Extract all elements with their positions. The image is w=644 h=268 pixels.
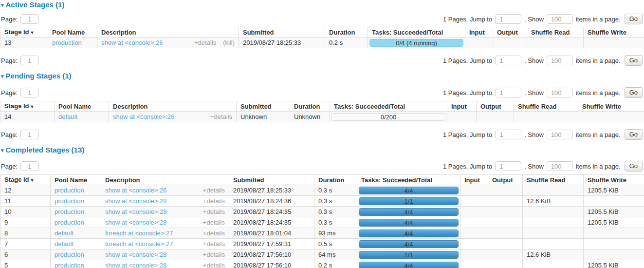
cell-output <box>477 112 514 122</box>
cell-tasks: 4/4 <box>357 260 460 268</box>
cell-pool-name: production <box>51 207 101 217</box>
description-link[interactable]: show at <console>:28 <box>105 208 166 215</box>
description-link[interactable]: show at <console>:28 <box>105 251 166 258</box>
description-link[interactable]: foreach at <console>:27 <box>105 240 173 248</box>
cell-submitted: 2019/08/27 18:25:33 <box>239 38 325 48</box>
items-per-page-input[interactable] <box>547 14 573 24</box>
cell-shuffle-read: 12.6 KiB <box>523 249 584 260</box>
page-number-input[interactable] <box>20 14 39 24</box>
go-button[interactable]: Go <box>625 129 643 140</box>
column-header-pool-name[interactable]: Pool Name <box>51 175 101 185</box>
column-header-pool-name[interactable]: Pool Name <box>55 101 109 112</box>
details-toggle[interactable]: +details <box>203 208 225 215</box>
description-link[interactable]: foreach at <console>:27 <box>105 230 173 237</box>
column-header-input[interactable]: Input <box>460 175 488 185</box>
pool-name-link[interactable]: default <box>55 240 74 248</box>
column-header-pool-name[interactable]: Pool Name <box>48 27 97 38</box>
pool-name-link[interactable]: default <box>58 113 77 120</box>
column-header-description[interactable]: Description <box>97 27 239 38</box>
pool-name-link[interactable]: production <box>55 219 84 226</box>
column-header-stage-id[interactable]: Stage Id▾ <box>0 175 51 185</box>
pagination-bar: Page: 1 Pages. Jump to . Show items in a… <box>0 161 644 172</box>
column-header-input[interactable]: Input <box>447 101 477 112</box>
details-toggle[interactable]: +details <box>203 230 225 237</box>
items-per-page-input[interactable] <box>547 56 573 65</box>
page-number-input[interactable] <box>20 130 39 139</box>
description-link[interactable]: show at <console>:26 <box>101 39 163 46</box>
go-button[interactable]: Go <box>625 55 643 66</box>
items-per-page-input[interactable] <box>547 130 573 139</box>
kill-link[interactable]: (kill) <box>223 39 235 46</box>
cell-output <box>488 217 523 228</box>
column-header-shuffle-write[interactable]: Shuffle Write <box>584 175 644 185</box>
details-toggle[interactable]: +details <box>203 262 225 268</box>
items-per-page-input[interactable] <box>547 161 573 171</box>
column-header-input[interactable]: Input <box>465 27 493 38</box>
active-stages-heading[interactable]: ▾Active Stages (1) <box>1 1 644 9</box>
column-header-stage-id[interactable]: Stage Id▾ <box>0 27 48 38</box>
column-header-duration[interactable]: Duration <box>290 101 330 112</box>
cell-submitted: 2019/08/27 18:24:35 <box>229 217 314 228</box>
completed-stages-heading[interactable]: ▾Completed Stages (13) <box>1 146 644 154</box>
pool-name-link[interactable]: production <box>55 197 84 205</box>
pool-name-link[interactable]: production <box>52 39 82 46</box>
description-link[interactable]: show at <console>:26 <box>113 113 174 120</box>
column-header-output[interactable]: Output <box>493 27 527 38</box>
description-link[interactable]: show at <console>:28 <box>105 262 166 268</box>
pool-name-link[interactable]: default <box>55 230 74 237</box>
column-header-stage-id[interactable]: Stage Id▾ <box>0 101 55 112</box>
jump-to-page-input[interactable] <box>495 161 521 171</box>
jump-to-page-input[interactable] <box>495 88 521 97</box>
column-header-duration[interactable]: Duration <box>314 175 357 185</box>
details-toggle[interactable]: +details <box>203 219 225 226</box>
column-header-submitted[interactable]: Submitted <box>239 27 325 38</box>
column-header-duration[interactable]: Duration <box>325 27 368 38</box>
column-header-description[interactable]: Description <box>101 175 229 185</box>
go-button[interactable]: Go <box>625 14 643 24</box>
column-header-submitted[interactable]: Submitted <box>237 101 290 112</box>
column-header-output[interactable]: Output <box>488 175 523 185</box>
column-header-tasks[interactable]: Tasks: Succeeded/Total <box>368 27 465 38</box>
pending-stages-heading[interactable]: ▾Pending Stages (1) <box>1 72 644 80</box>
show-label: . Show <box>524 163 544 170</box>
pool-name-link[interactable]: production <box>55 187 84 194</box>
jump-to-page-input[interactable] <box>495 130 521 139</box>
cell-stage-id: 11 <box>0 196 51 207</box>
description-link[interactable]: show at <console>:28 <box>105 219 166 226</box>
column-header-output[interactable]: Output <box>477 101 514 112</box>
pool-name-link[interactable]: production <box>55 262 84 268</box>
items-per-page-input[interactable] <box>547 88 573 97</box>
page-number-input[interactable] <box>20 88 39 97</box>
go-button[interactable]: Go <box>625 87 643 98</box>
details-toggle[interactable]: +details <box>203 251 225 258</box>
details-toggle[interactable]: +details <box>203 197 225 205</box>
column-header-description[interactable]: Description <box>109 101 237 112</box>
table-header-row: Stage Id▾ Pool Name Description Submitte… <box>0 27 644 38</box>
column-header-submitted[interactable]: Submitted <box>229 175 314 185</box>
cell-pool-name: production <box>51 185 101 196</box>
jump-to-page-input[interactable] <box>495 56 521 65</box>
jump-to-page-input[interactable] <box>495 14 521 24</box>
cell-shuffle-read: 12.6 KiB <box>523 196 584 207</box>
column-header-shuffle-write[interactable]: Shuffle Write <box>584 27 644 38</box>
description-link[interactable]: show at <console>:26 <box>105 187 166 194</box>
column-header-tasks[interactable]: Tasks: Succeeded/Total <box>357 175 460 185</box>
details-toggle[interactable]: +details <box>203 240 225 248</box>
page-number-input[interactable] <box>20 56 39 65</box>
details-toggle[interactable]: +details <box>210 113 232 120</box>
details-toggle[interactable]: +details <box>203 187 225 194</box>
page-number-input[interactable] <box>20 161 39 171</box>
pool-name-link[interactable]: production <box>55 251 84 258</box>
details-toggle[interactable]: +details <box>194 39 216 46</box>
column-header-shuffle-read[interactable]: Shuffle Read <box>523 175 584 185</box>
column-header-shuffle-read[interactable]: Shuffle Read <box>514 101 578 112</box>
description-link[interactable]: show at <console>:28 <box>105 197 166 205</box>
cell-pool-name: production <box>51 217 101 228</box>
column-header-shuffle-write[interactable]: Shuffle Write <box>578 101 644 112</box>
pool-name-link[interactable]: production <box>55 208 84 215</box>
column-header-tasks[interactable]: Tasks: Succeeded/Total <box>330 101 447 112</box>
go-button[interactable]: Go <box>625 161 643 172</box>
column-header-shuffle-read[interactable]: Shuffle Read <box>527 27 584 38</box>
cell-duration: 0.2 s <box>325 38 368 48</box>
table-row: 11productionshow at <console>:28+details… <box>0 196 644 207</box>
